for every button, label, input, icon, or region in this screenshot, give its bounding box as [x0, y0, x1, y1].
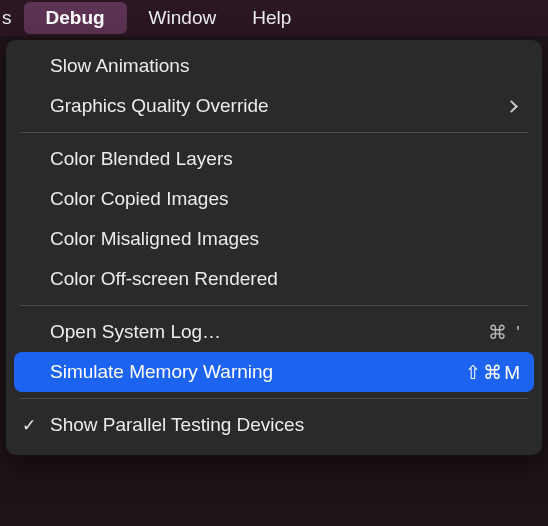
- menu-item-label: Color Blended Layers: [50, 148, 522, 170]
- menu-item-color-misaligned-images[interactable]: Color Misaligned Images: [6, 219, 542, 259]
- menu-item-label: Open System Log…: [50, 321, 488, 343]
- chevron-right-icon: [505, 100, 518, 113]
- menubar-item-debug[interactable]: Debug: [24, 2, 127, 34]
- menu-item-label: Graphics Quality Override: [50, 95, 507, 117]
- menu-shortcut: ⇧⌘M: [465, 361, 522, 384]
- checkmark-icon: ✓: [22, 415, 36, 436]
- menubar-item-window[interactable]: Window: [131, 0, 235, 36]
- menu-separator: [20, 398, 528, 399]
- menubar: s Debug Window Help: [0, 0, 548, 36]
- menu-item-color-offscreen-rendered[interactable]: Color Off-screen Rendered: [6, 259, 542, 299]
- debug-dropdown: Slow Animations Graphics Quality Overrid…: [6, 40, 542, 455]
- menu-item-label: Color Off-screen Rendered: [50, 268, 522, 290]
- menubar-item-help[interactable]: Help: [234, 0, 309, 36]
- menu-item-label: Color Misaligned Images: [50, 228, 522, 250]
- menu-item-color-blended-layers[interactable]: Color Blended Layers: [6, 139, 542, 179]
- menu-separator: [20, 305, 528, 306]
- menu-item-label: Show Parallel Testing Devices: [50, 414, 522, 436]
- menu-item-open-system-log[interactable]: Open System Log… ⌘ ': [6, 312, 542, 352]
- menu-item-color-copied-images[interactable]: Color Copied Images: [6, 179, 542, 219]
- menu-item-graphics-quality-override[interactable]: Graphics Quality Override: [6, 86, 542, 126]
- menu-item-slow-animations[interactable]: Slow Animations: [6, 46, 542, 86]
- menu-separator: [20, 132, 528, 133]
- menu-item-label: Simulate Memory Warning: [50, 361, 465, 383]
- menubar-prev-fragment: s: [0, 0, 20, 36]
- menu-item-label: Slow Animations: [50, 55, 522, 77]
- menu-shortcut: ⌘ ': [488, 321, 522, 344]
- menu-item-show-parallel-testing-devices[interactable]: ✓ Show Parallel Testing Devices: [6, 405, 542, 445]
- menu-item-simulate-memory-warning[interactable]: Simulate Memory Warning ⇧⌘M: [14, 352, 534, 392]
- menu-item-label: Color Copied Images: [50, 188, 522, 210]
